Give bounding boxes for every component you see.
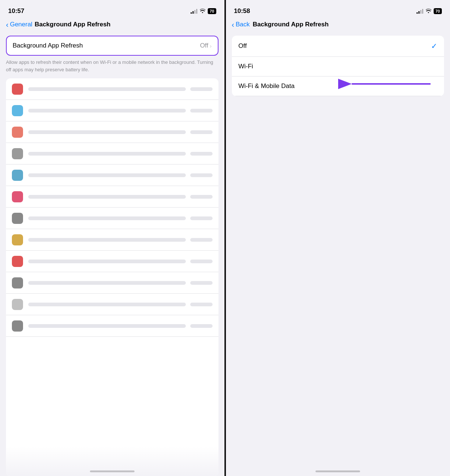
left-phone-panel: 10:57 70 ‹ General Background App Refres…	[0, 0, 224, 476]
list-item	[6, 164, 218, 186]
app-toggle-blur	[190, 87, 213, 91]
right-status-icons: 70	[417, 8, 442, 14]
right-phone-panel: 10:58 70 ‹ Back Background App Refresh O…	[226, 0, 450, 476]
app-icon	[12, 234, 23, 245]
list-item	[6, 78, 218, 100]
app-toggle-blur	[190, 324, 213, 328]
app-name-blur	[28, 260, 186, 263]
right-status-bar: 10:58 70	[226, 0, 450, 19]
main-row-label: Background App Refresh	[13, 42, 83, 49]
list-item	[6, 186, 218, 208]
app-icon	[12, 256, 23, 267]
home-indicator	[90, 470, 135, 472]
app-icon	[12, 148, 23, 159]
app-toggle-blur	[190, 216, 213, 220]
list-item	[6, 315, 218, 337]
app-toggle-blur	[190, 195, 213, 199]
list-item	[6, 100, 218, 121]
app-toggle-blur	[190, 281, 213, 285]
app-name-blur	[28, 130, 186, 134]
wifi-icon	[425, 8, 431, 14]
right-page-title: Background App Refresh	[253, 21, 328, 28]
app-name-blur	[28, 109, 186, 113]
back-chevron-icon[interactable]: ‹	[232, 21, 234, 28]
main-row-value-text: Off	[200, 42, 208, 49]
blur-rows-container	[6, 78, 218, 337]
option-wifi-mobile[interactable]: Wi-Fi & Mobile Data	[232, 76, 444, 96]
back-chevron-icon[interactable]: ‹	[6, 21, 9, 28]
home-indicator	[315, 470, 360, 472]
app-name-blur	[28, 195, 186, 199]
app-toggle-blur	[190, 238, 213, 242]
app-name-blur	[28, 87, 186, 91]
app-toggle-blur	[190, 152, 213, 156]
option-off[interactable]: Off ✓	[232, 36, 444, 57]
app-icon	[12, 191, 23, 202]
battery-indicator: 70	[434, 8, 442, 14]
app-name-blur	[28, 324, 186, 328]
chevron-right-icon: ›	[210, 43, 212, 49]
left-time: 10:57	[8, 7, 24, 15]
refresh-options-list: Off ✓ Wi-Fi Wi-Fi & Mobile Data	[232, 36, 444, 96]
app-icon	[12, 170, 23, 181]
right-nav-header: ‹ Back Background App Refresh	[226, 19, 450, 32]
app-toggle-blur	[190, 303, 213, 306]
option-off-label: Off	[239, 42, 247, 50]
app-icon	[12, 105, 23, 116]
app-toggle-blur	[190, 109, 213, 113]
app-toggle-blur	[190, 260, 213, 263]
app-icon	[12, 277, 23, 288]
app-name-blur	[28, 152, 186, 156]
app-name-blur	[28, 173, 186, 177]
battery-indicator: 70	[208, 8, 216, 14]
list-item	[6, 272, 218, 294]
option-wifi-mobile-label: Wi-Fi & Mobile Data	[239, 82, 295, 90]
description-text: Allow apps to refresh their content when…	[0, 56, 224, 73]
left-nav-header: ‹ General Background App Refresh	[0, 19, 224, 32]
list-item	[6, 294, 218, 315]
app-list-blurred	[6, 78, 218, 476]
app-toggle-blur	[190, 173, 213, 177]
app-name-blur	[28, 281, 186, 285]
app-name-blur	[28, 216, 186, 220]
signal-icon	[417, 9, 423, 14]
option-wifi-label: Wi-Fi	[239, 63, 253, 70]
app-icon	[12, 127, 23, 138]
left-page-title: Background App Refresh	[35, 21, 110, 28]
wifi-icon	[200, 8, 205, 14]
app-icon	[12, 320, 23, 332]
app-icon	[12, 213, 23, 224]
list-item	[6, 208, 218, 229]
list-item	[6, 121, 218, 143]
app-name-blur	[28, 303, 186, 306]
main-row-value: Off ›	[200, 42, 211, 49]
app-icon	[12, 299, 23, 310]
left-status-icons: 70	[191, 8, 216, 14]
background-refresh-row-highlighted[interactable]: Background App Refresh Off ›	[6, 36, 218, 56]
back-label[interactable]: Back	[236, 21, 250, 28]
app-name-blur	[28, 238, 186, 242]
right-time: 10:58	[234, 7, 250, 15]
back-label[interactable]: General	[10, 21, 32, 28]
list-item	[6, 251, 218, 272]
app-toggle-blur	[190, 130, 213, 134]
left-status-bar: 10:57 70	[0, 0, 224, 19]
list-item	[6, 143, 218, 164]
app-icon	[12, 84, 23, 95]
list-item	[6, 229, 218, 251]
option-wifi[interactable]: Wi-Fi	[232, 57, 444, 76]
checkmark-icon: ✓	[431, 42, 437, 50]
signal-icon	[191, 9, 197, 14]
